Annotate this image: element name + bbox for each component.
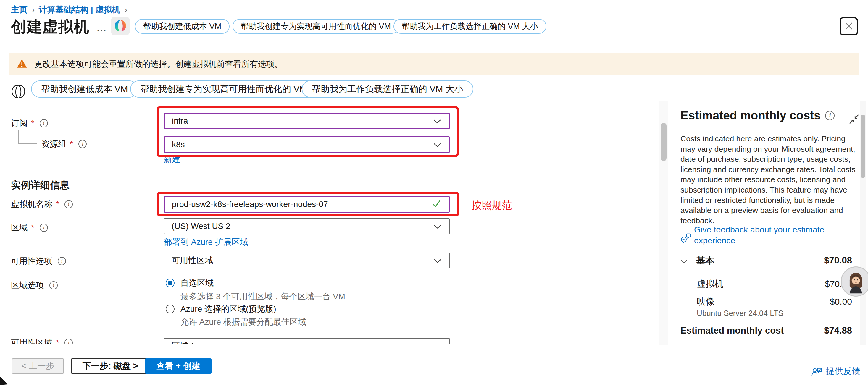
- radio-self-selected-zones-desc: 最多选择 3 个可用性区域，每个区域一台 VM: [181, 291, 345, 302]
- copilot-outline-icon: [11, 84, 26, 100]
- chevron-down-icon: [434, 341, 441, 344]
- connector-line: [18, 130, 19, 144]
- cost-panel-title: Estimated monthly costs i: [680, 109, 835, 122]
- total-value: $74.88: [824, 325, 852, 336]
- info-icon[interactable]: i: [64, 200, 73, 208]
- create-vm-page: 主页 › 计算基础结构 | 虚拟机 › 创建虚拟机 … 帮助我创建低成本 VM …: [0, 0, 868, 385]
- chevron-down-icon: [433, 116, 441, 126]
- vm-name-label: 虚拟机名称* i: [11, 199, 73, 210]
- close-button[interactable]: [840, 17, 858, 35]
- vm-name-input[interactable]: prod-usw2-k8s-freeleaps-worker-nodes-07: [164, 196, 450, 213]
- copilot-icon: [114, 19, 127, 33]
- subscription-label: 订阅* i: [11, 118, 48, 129]
- availability-options-label: 可用性选项 i: [11, 255, 66, 267]
- copilot-suggestion-high-availability-top[interactable]: 帮助我创建专为实现高可用性而优化的 VM: [232, 19, 399, 34]
- chevron-down-icon: [434, 256, 441, 265]
- breadcrumb-home[interactable]: 主页: [11, 4, 28, 15]
- close-icon: [844, 22, 853, 31]
- availability-zone-dropdown[interactable]: 区域 1: [164, 338, 450, 344]
- cost-value: $70.08: [824, 255, 852, 266]
- chevron-down-icon: [433, 140, 441, 149]
- info-icon[interactable]: i: [50, 281, 58, 289]
- availability-zone-row-clipped: 可用性区域* i 区域 1: [0, 337, 659, 344]
- feedback-bubbles-icon: [680, 232, 692, 244]
- content-bottom-divider: [0, 344, 668, 345]
- warning-banner: 更改基本选项可能会重置所做的选择。创建虚拟机前查看所有选项。: [9, 53, 859, 75]
- avatar-image: [842, 267, 868, 296]
- previous-step-button[interactable]: < 上一步: [12, 358, 64, 374]
- cost-total-row: Estimated monthly cost $74.88: [680, 325, 852, 336]
- page-title: 创建虚拟机: [11, 17, 89, 37]
- main-scrollbar-thumb[interactable]: [661, 123, 666, 161]
- region-dropdown[interactable]: (US) West US 2: [164, 218, 450, 234]
- panel-divider: [668, 319, 859, 319]
- info-icon[interactable]: i: [40, 224, 48, 232]
- chevron-right-icon: ›: [124, 5, 127, 15]
- image-name-note: Ubuntu Server 24.04 LTS: [697, 309, 783, 318]
- breadcrumb-compute[interactable]: 计算基础结构 | 虚拟机: [39, 4, 120, 15]
- chevron-down-icon: [434, 222, 441, 231]
- resource-group-label: 资源组* i: [41, 138, 87, 150]
- cost-panel-description: Costs indicated here are estimates only.…: [680, 134, 856, 226]
- cost-row-basics[interactable]: 基本 $70.08: [680, 254, 852, 267]
- panel-scrollbar-thumb[interactable]: [861, 115, 865, 178]
- copilot-suggestion-low-cost[interactable]: 帮助我创建低成本 VM: [31, 81, 138, 98]
- info-icon[interactable]: i: [79, 140, 87, 148]
- radio-selected-icon: [166, 279, 175, 287]
- create-new-resource-group-link[interactable]: 新建: [164, 154, 181, 165]
- resource-group-dropdown[interactable]: k8s: [164, 136, 450, 153]
- cost-value: $0.00: [830, 297, 852, 307]
- give-feedback-link[interactable]: 提供反馈: [811, 365, 860, 377]
- radio-azure-selected-zones-desc: 允许 Azure 根据需要分配最佳区域: [181, 316, 306, 328]
- radio-unselected-icon: [166, 304, 175, 314]
- radio-azure-selected-zones[interactable]: Azure 选择的区域(预览版): [166, 303, 276, 315]
- annotation-text: 按照规范: [472, 199, 512, 212]
- region-label: 区域* i: [11, 222, 48, 233]
- info-icon[interactable]: i: [825, 111, 835, 120]
- person-feedback-icon: [811, 367, 822, 377]
- copilot-suggestion-vm-size[interactable]: 帮助我为工作负载选择正确的 VM 大小: [302, 81, 473, 98]
- availability-zone-label: 可用性区域* i: [11, 337, 73, 344]
- copilot-suggestion-high-availability[interactable]: 帮助我创建专为实现高可用性而优化的 VM: [130, 81, 317, 98]
- copilot-suggestion-vm-size-top[interactable]: 帮助我为工作负载选择正确的 VM 大小: [394, 19, 547, 34]
- info-icon[interactable]: i: [58, 257, 66, 265]
- breadcrumb: 主页 › 计算基础结构 | 虚拟机 ›: [11, 4, 127, 15]
- panel-bottom-divider: [668, 351, 868, 351]
- copilot-suggestion-low-cost-top[interactable]: 帮助我创建低成本 VM: [135, 19, 229, 34]
- availability-options-dropdown[interactable]: 可用性区域: [164, 253, 450, 268]
- instance-details-header: 实例详细信息: [11, 179, 69, 192]
- copilot-button[interactable]: [111, 17, 130, 35]
- collapse-panel-icon[interactable]: [848, 114, 860, 126]
- more-ellipsis-button[interactable]: …: [96, 22, 107, 33]
- cost-row-image: 映像 $0.00: [697, 296, 852, 308]
- chevron-right-icon: ›: [32, 5, 35, 15]
- warning-icon: [17, 59, 27, 69]
- radio-self-selected-zones[interactable]: 自选区域: [166, 277, 214, 289]
- zone-options-label: 区域选项 i: [11, 280, 58, 291]
- estimate-feedback-link[interactable]: Give feedback about your estimate experi…: [680, 224, 861, 246]
- info-icon[interactable]: i: [40, 119, 48, 127]
- review-create-button[interactable]: 查看 + 创建: [145, 358, 212, 374]
- deploy-edge-zone-link[interactable]: 部署到 Azure 扩展区域: [164, 236, 248, 248]
- info-icon[interactable]: i: [64, 339, 73, 344]
- assistant-avatar[interactable]: [841, 266, 868, 297]
- connector-line: [18, 143, 37, 144]
- warning-banner-text: 更改基本选项可能会重置所做的选择。创建虚拟机前查看所有选项。: [34, 59, 283, 70]
- next-step-disks-button[interactable]: 下一步: 磁盘 >: [71, 358, 150, 374]
- valid-check-icon: [432, 199, 441, 210]
- cost-row-virtual-machine: 虚拟机 $70.08: [697, 278, 852, 290]
- chevron-down-icon: [680, 255, 687, 266]
- subscription-dropdown[interactable]: infra: [164, 113, 450, 129]
- cursor-artifact: [0, 375, 8, 385]
